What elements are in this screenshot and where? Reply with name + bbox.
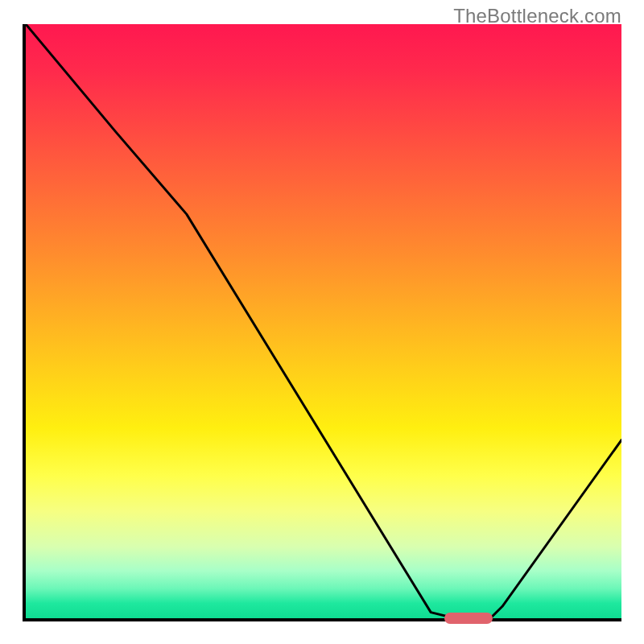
optimal-marker [444, 613, 493, 624]
plot-area [23, 24, 621, 621]
gradient-background [26, 24, 621, 618]
plot-inner [26, 24, 621, 618]
